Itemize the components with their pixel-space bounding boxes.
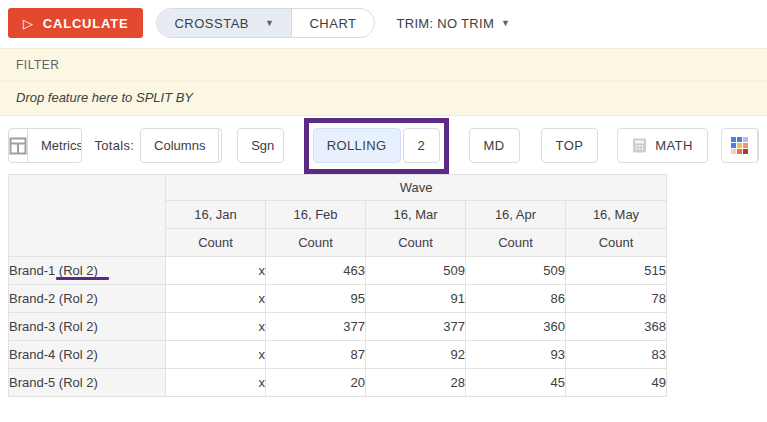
calculate-label: CALCULATE — [43, 16, 129, 31]
rolling-toggle-button[interactable]: ROLLING — [313, 128, 401, 163]
split-by-dropzone[interactable]: Drop feature here to SPLIT BY — [0, 81, 767, 116]
cell: 86 — [466, 285, 566, 313]
metric-header: Count — [266, 229, 366, 257]
top-label: TOP — [556, 138, 584, 153]
cell: 509 — [466, 257, 566, 285]
rolling-label: ROLLING — [327, 138, 387, 153]
metrics-label: Metrics — [41, 138, 82, 153]
cell: 91 — [366, 285, 466, 313]
math-button[interactable]: MATH — [617, 128, 707, 163]
cell: 87 — [266, 341, 366, 369]
cell: 377 — [366, 313, 466, 341]
crosstab-table: Wave 16, Jan 16, Feb 16, Mar 16, Apr 16,… — [8, 174, 667, 397]
row-header[interactable]: Brand-3 (Rol 2) — [9, 313, 166, 341]
md-label: MD — [484, 138, 505, 153]
controls-toolbar: Metrics ▼ Totals: Columns Rows Sgn ▼ ROL… — [8, 128, 759, 163]
cell: x — [166, 341, 266, 369]
table-corner-cell — [9, 175, 166, 257]
table-layout-icon — [9, 137, 27, 155]
totals-rows-button[interactable]: Rows — [218, 129, 222, 162]
metric-header: Count — [466, 229, 566, 257]
table-row: Brand-2 (Rol 2) x 95 91 86 78 — [9, 285, 667, 313]
palette-dropdown[interactable]: ▼ — [757, 129, 759, 162]
cell: x — [166, 285, 266, 313]
row-label: Brand-5 (Rol 2) — [9, 375, 98, 390]
rolling-window-input[interactable] — [403, 128, 440, 163]
table-row: Brand-5 (Rol 2) x 20 28 45 49 — [9, 369, 667, 397]
calculator-icon — [632, 138, 647, 153]
cell: 463 — [266, 257, 366, 285]
tab-chart-label: CHART — [309, 16, 356, 31]
palette-button[interactable] — [722, 129, 757, 162]
annotation-underline — [56, 277, 109, 280]
cell: x — [166, 257, 266, 285]
calculate-button[interactable]: ▷ CALCULATE — [8, 8, 143, 38]
cell: 93 — [466, 341, 566, 369]
metric-header: Count — [166, 229, 266, 257]
view-toggle: CROSSTAB ▼ CHART — [156, 8, 374, 38]
top-button[interactable]: TOP — [541, 128, 599, 163]
tab-crosstab[interactable]: CROSSTAB ▼ — [157, 9, 292, 37]
cell: 509 — [366, 257, 466, 285]
palette-group: ▼ — [721, 128, 759, 163]
totals-label: Totals: — [94, 138, 134, 153]
top-toolbar: ▷ CALCULATE CROSSTAB ▼ CHART TRIM: NO TR… — [0, 0, 767, 38]
caret-down-icon: ▼ — [758, 141, 759, 150]
row-label: Brand-3 (Rol 2) — [9, 319, 98, 334]
column-header[interactable]: 16, May — [566, 201, 667, 229]
cell: 360 — [466, 313, 566, 341]
filter-label: FILTER — [16, 58, 59, 72]
rolling-control: ROLLING — [313, 128, 440, 163]
column-header[interactable]: 16, Apr — [466, 201, 566, 229]
split-by-placeholder: Drop feature here to SPLIT BY — [16, 90, 193, 105]
sgn-button[interactable]: Sgn — [238, 129, 284, 162]
cell: 368 — [566, 313, 667, 341]
column-header[interactable]: 16, Feb — [266, 201, 366, 229]
caret-down-icon: ▼ — [265, 19, 274, 28]
columns-label: Columns — [154, 138, 205, 153]
trim-label: TRIM: NO TRIM — [397, 16, 495, 31]
table-row: Brand-4 (Rol 2) x 87 92 93 83 — [9, 341, 667, 369]
color-palette-icon — [731, 137, 748, 154]
table-row: Brand-3 (Rol 2) x 377 377 360 368 — [9, 313, 667, 341]
cell: 20 — [266, 369, 366, 397]
row-header[interactable]: Brand-5 (Rol 2) — [9, 369, 166, 397]
column-header[interactable]: 16, Mar — [366, 201, 466, 229]
cell: 83 — [566, 341, 667, 369]
cell: x — [166, 313, 266, 341]
table-row: Brand-1 (Rol 2) x 463 509 509 515 — [9, 257, 667, 285]
wave-group-header[interactable]: Wave — [166, 175, 667, 201]
sgn-group: Sgn ▼ — [237, 128, 284, 163]
column-header[interactable]: 16, Jan — [166, 201, 266, 229]
cell: 45 — [466, 369, 566, 397]
cell: 377 — [266, 313, 366, 341]
totals-columns-button[interactable]: Columns — [141, 129, 218, 162]
cell: 78 — [566, 285, 667, 313]
metrics-group: Metrics ▼ — [8, 128, 82, 163]
cell: 92 — [366, 341, 466, 369]
row-header[interactable]: Brand-4 (Rol 2) — [9, 341, 166, 369]
math-label: MATH — [655, 138, 692, 153]
metric-header: Count — [366, 229, 466, 257]
tab-chart[interactable]: CHART — [292, 9, 373, 37]
metrics-dropdown[interactable]: Metrics ▼ — [27, 129, 82, 162]
sgn-label: Sgn — [251, 138, 274, 153]
totals-group: Columns Rows — [140, 128, 222, 163]
row-label: Brand-1 (Rol 2) — [9, 263, 98, 278]
md-button[interactable]: MD — [469, 128, 520, 163]
cell: 515 — [566, 257, 667, 285]
layout-button[interactable] — [9, 129, 27, 162]
row-header[interactable]: Brand-2 (Rol 2) — [9, 285, 166, 313]
tab-crosstab-label: CROSSTAB — [174, 16, 249, 31]
row-label: Brand-4 (Rol 2) — [9, 347, 98, 362]
trim-dropdown[interactable]: TRIM: NO TRIM ▼ — [397, 16, 511, 31]
filter-bar[interactable]: FILTER — [0, 48, 767, 81]
cell: 49 — [566, 369, 667, 397]
cell: 28 — [366, 369, 466, 397]
cell: 95 — [266, 285, 366, 313]
metric-header: Count — [566, 229, 667, 257]
row-header[interactable]: Brand-1 (Rol 2) — [9, 257, 166, 285]
caret-down-icon: ▼ — [501, 19, 510, 28]
cell: x — [166, 369, 266, 397]
row-label: Brand-2 (Rol 2) — [9, 291, 98, 306]
